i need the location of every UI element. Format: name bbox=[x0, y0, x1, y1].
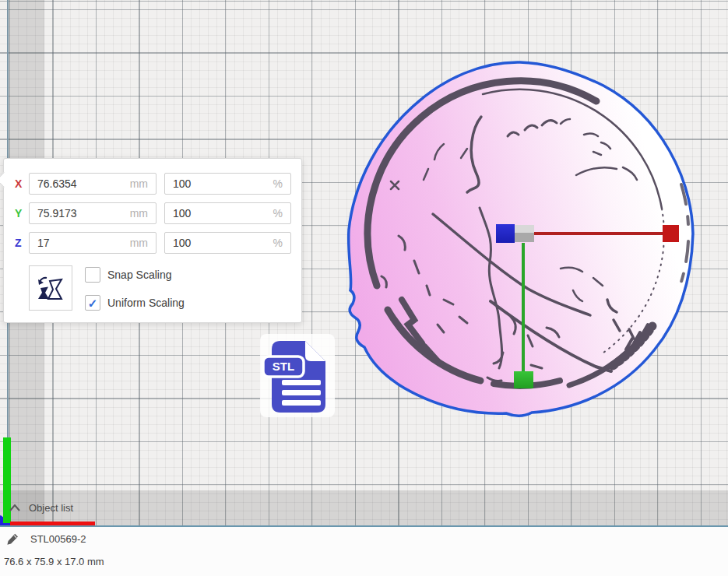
scale-y-mm-value: 75.9173 bbox=[37, 207, 77, 220]
scale-z-mm-unit: mm bbox=[130, 237, 148, 249]
scale-y-mm-input[interactable]: 75.9173 mm bbox=[29, 202, 157, 224]
scale-row-y: Y 75.9173 mm 100 % bbox=[15, 202, 291, 224]
snap-scaling-checkbox[interactable]: Snap Scaling bbox=[85, 267, 172, 283]
scale-handle-x[interactable] bbox=[663, 225, 679, 242]
scale-y-percent-input[interactable]: 100 % bbox=[164, 202, 291, 224]
scale-handle-z[interactable] bbox=[496, 224, 515, 243]
scale-z-percent-value: 100 bbox=[173, 237, 191, 249]
uniform-scaling-checkbox[interactable]: ✓ Uniform Scaling bbox=[85, 295, 185, 311]
scale-z-percent-unit: % bbox=[273, 237, 283, 249]
snap-scaling-checkmark[interactable] bbox=[85, 267, 100, 283]
scale-axis-y-line bbox=[522, 243, 525, 372]
scale-x-percent-unit: % bbox=[273, 177, 283, 190]
axis-x-label: X bbox=[15, 177, 29, 190]
scale-z-percent-input[interactable]: 100 % bbox=[164, 232, 291, 254]
reset-scale-icon bbox=[35, 272, 66, 304]
scale-handle-center[interactable] bbox=[515, 225, 534, 242]
object-list-label: Object list bbox=[29, 502, 73, 514]
object-dimensions: 76.6 x 75.9 x 17.0 mm bbox=[4, 556, 104, 567]
reset-scale-button[interactable] bbox=[29, 265, 72, 311]
object-list-toggle[interactable]: Object list bbox=[9, 502, 73, 514]
scale-handle-y[interactable] bbox=[514, 371, 533, 388]
scale-z-mm-input[interactable]: 17 mm bbox=[29, 232, 157, 254]
uniform-scaling-checkmark[interactable]: ✓ bbox=[85, 295, 100, 311]
scale-y-percent-unit: % bbox=[273, 207, 283, 220]
snap-scaling-label: Snap Scaling bbox=[107, 269, 172, 281]
object-name-row[interactable]: STL00569-2 bbox=[6, 532, 86, 546]
uniform-scaling-label: Uniform Scaling bbox=[107, 297, 185, 309]
scale-x-mm-input[interactable]: 76.6354 mm bbox=[29, 173, 157, 195]
scale-x-mm-value: 76.6354 bbox=[37, 177, 77, 190]
axis-z-label: Z bbox=[15, 237, 29, 249]
scale-x-percent-input[interactable]: 100 % bbox=[164, 173, 291, 195]
stl-file-icon[interactable]: STL bbox=[260, 334, 335, 417]
slicer-window: STL Object list X 76.6354 mm bbox=[0, 0, 728, 576]
axis-y-label: Y bbox=[15, 207, 29, 220]
scale-z-mm-value: 17 bbox=[37, 237, 50, 249]
scale-axis-x-line bbox=[534, 232, 663, 235]
scale-row-x: X 76.6354 mm 100 % bbox=[15, 173, 291, 195]
scale-row-z: Z 17 mm 100 % bbox=[15, 232, 291, 254]
chevron-up-icon bbox=[9, 504, 20, 511]
scale-tool-panel: X 76.6354 mm 100 % Y 75.9173 mm 100 % Z bbox=[3, 158, 302, 323]
pencil-icon[interactable] bbox=[6, 532, 19, 546]
object-info-panel: STL00569-2 76.6 x 75.9 x 17.0 mm bbox=[0, 527, 728, 576]
buildplate-bottom-band bbox=[0, 490, 728, 525]
scale-x-mm-unit: mm bbox=[130, 177, 148, 190]
scale-x-percent-value: 100 bbox=[173, 177, 191, 190]
object-name: STL00569-2 bbox=[30, 533, 86, 545]
stl-icon-label: STL bbox=[273, 360, 294, 373]
scale-y-mm-unit: mm bbox=[130, 207, 148, 220]
scale-y-percent-value: 100 bbox=[173, 207, 191, 220]
